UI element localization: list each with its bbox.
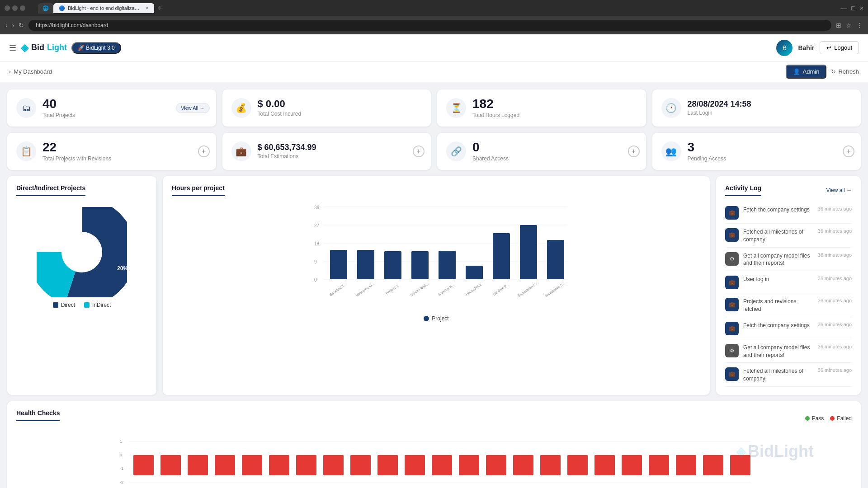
activity-time-6: 36 minutes ago <box>818 344 852 349</box>
stat-icon-pending: 👥 <box>661 141 681 161</box>
activity-time-2: 36 minutes ago <box>818 252 852 258</box>
bar-chart-svg: 36 27 18 9 0 Baseball T... <box>172 202 701 306</box>
stat-card-pending-access: 👥 3 Pending Access + <box>652 133 861 170</box>
activity-icon-5: 💼 <box>725 322 739 335</box>
activity-item-5: 💼 Fetch the company settings 36 minutes … <box>725 318 852 339</box>
browser-tab-inactive[interactable]: 🌐 <box>38 3 53 14</box>
refresh-button[interactable]: ↻ Refresh <box>831 68 859 75</box>
activity-icon-2: ⚙ <box>725 252 739 266</box>
bar-label-welcome: Welcome to... <box>355 282 375 297</box>
user-name: Bahir <box>798 44 814 52</box>
activity-time-5: 36 minutes ago <box>818 322 852 327</box>
activity-text-4: Projects and revisions fetched <box>743 298 813 313</box>
stat-card-estimations: 💼 $ 60,653,734.99 Total Estimations + <box>222 133 431 170</box>
hbar-7 <box>296 455 316 475</box>
admin-button[interactable]: 👤 Admin <box>786 65 827 79</box>
activity-list: 💼 Fetch the company settings 36 minutes … <box>725 202 852 387</box>
logo-bid: Bid <box>31 43 44 52</box>
activity-log-card: Activity Log View all → 💼 Fetch the comp… <box>716 176 861 395</box>
add-revision-button[interactable]: + <box>198 145 210 157</box>
add-estimation-button[interactable]: + <box>413 145 425 157</box>
reload-nav-button[interactable]: ↻ <box>19 22 24 29</box>
stat-icon-login: 🕐 <box>661 98 681 118</box>
stat-info-shared: 0 Shared Access <box>472 141 637 162</box>
settings-icon[interactable]: ⋮ <box>856 22 863 29</box>
stat-icon-cost: 💰 <box>231 98 251 118</box>
bar-chart-card: Hours per project 36 27 18 9 0 <box>163 176 710 395</box>
health-chart-container: 1 0 -1 -2 -3 <box>16 434 852 488</box>
bar-welcome <box>357 250 374 279</box>
stat-info-estimations: $ 60,653,734.99 Total Estimations <box>258 143 422 160</box>
back-button[interactable]: ‹ My Dashboard <box>9 68 52 75</box>
url-input[interactable] <box>28 20 831 31</box>
bookmark-icon[interactable]: ☆ <box>846 22 852 29</box>
pending-access-label: Pending Access <box>688 155 852 162</box>
activity-time-0: 36 minutes ago <box>818 206 852 211</box>
stat-icon-projects: 🗂 <box>16 98 36 118</box>
bar-projectx <box>384 251 401 279</box>
hbar-14 <box>486 455 506 475</box>
stat-card-shared-access: 🔗 0 Shared Access + <box>437 133 646 170</box>
activity-item-4: 💼 Projects and revisions fetched 36 minu… <box>725 294 852 317</box>
activity-item-3: 💼 User log in 36 minutes ago <box>725 272 852 293</box>
activity-time-4: 36 minutes ago <box>818 298 852 303</box>
browser-close[interactable] <box>20 5 25 11</box>
stats-row-1: 🗂 40 Total Projects View All → 💰 $ 0.00 … <box>7 89 861 127</box>
revisions-number: 22 <box>42 141 207 154</box>
activity-icon-1: 💼 <box>725 228 739 242</box>
version-badge-button[interactable]: 🚀 BidLight 3.0 <box>71 42 121 54</box>
tab-close-icon[interactable]: × <box>146 5 149 11</box>
bar-baseball <box>330 250 347 279</box>
logout-button[interactable]: ↩ Logout <box>820 41 859 54</box>
add-pending-button[interactable]: + <box>843 145 854 157</box>
hbar-13 <box>459 455 479 475</box>
legend-label-direct: Direct <box>61 302 75 308</box>
app-subheader: ‹ My Dashboard 👤 Admin ↻ Refresh <box>0 61 868 82</box>
logout-icon: ↩ <box>826 44 831 51</box>
extensions-icon[interactable]: ⊞ <box>836 22 841 29</box>
stat-icon-hours: ⏳ <box>446 98 466 118</box>
stat-card-total-hours: ⏳ 182 Total Hours Logged <box>437 89 646 127</box>
stats-row-2: 📋 22 Total Projects with Revisions + 💼 $… <box>7 133 861 170</box>
back-nav-button[interactable]: ‹ <box>5 22 8 29</box>
browser-minimize[interactable] <box>5 5 10 11</box>
stat-action-shared: + <box>628 145 640 157</box>
pie-label-80: 80% <box>76 243 91 251</box>
browser-tab-active[interactable]: 🔵 BidLight - end to end digitalizati... … <box>53 3 154 13</box>
minimize-icon[interactable]: — <box>840 5 847 12</box>
sidebar-toggle-button[interactable]: ☰ <box>9 43 16 53</box>
hy-1: 1 <box>120 439 122 444</box>
shared-access-number: 0 <box>472 141 637 154</box>
shared-access-label: Shared Access <box>472 155 637 162</box>
hbar-5 <box>242 455 262 475</box>
activity-text-5: Fetch the company settings <box>743 322 813 329</box>
legend-label-indirect: InDirect <box>92 302 111 308</box>
bar-legend-dot <box>424 316 429 321</box>
health-checks-title: Health Checks <box>16 409 60 421</box>
hbar-4 <box>215 455 235 475</box>
stat-info-cost: $ 0.00 Total Cost Incured <box>258 99 422 117</box>
restore-icon[interactable]: □ <box>851 5 855 12</box>
close-icon[interactable]: × <box>860 5 863 12</box>
pie-chart-container: 80% 20% <box>16 207 147 297</box>
stat-info-login: 28/08/2024 14:58 Last Login <box>688 100 852 116</box>
browser-maximize[interactable] <box>12 5 18 11</box>
new-tab-button[interactable]: + <box>154 4 165 12</box>
app-header: ☰ ◈ BidLight 🚀 BidLight 3.0 B Bahir ↩ Lo… <box>0 34 868 61</box>
pending-access-number: 3 <box>688 141 852 154</box>
activity-text-2: Get all company model files and their re… <box>743 252 813 267</box>
total-hours-label: Total Hours Logged <box>472 112 637 118</box>
pie-legend: Direct InDirect <box>16 302 147 308</box>
pie-chart-svg: 80% 20% <box>37 207 127 297</box>
bar-snowdownp <box>520 225 537 279</box>
stat-icon-revisions: 📋 <box>16 141 36 161</box>
stat-info-hours: 182 Total Hours Logged <box>472 98 637 118</box>
forward-nav-button[interactable]: › <box>12 22 14 29</box>
browser-window-controls <box>5 5 25 11</box>
view-all-projects-button[interactable]: View All → <box>176 103 209 113</box>
add-shared-button[interactable]: + <box>628 145 640 157</box>
hy-0: 0 <box>120 453 122 457</box>
admin-icon: 👤 <box>793 68 800 75</box>
activity-view-all-link[interactable]: View all → <box>826 187 852 193</box>
hbar-23 <box>730 455 750 475</box>
